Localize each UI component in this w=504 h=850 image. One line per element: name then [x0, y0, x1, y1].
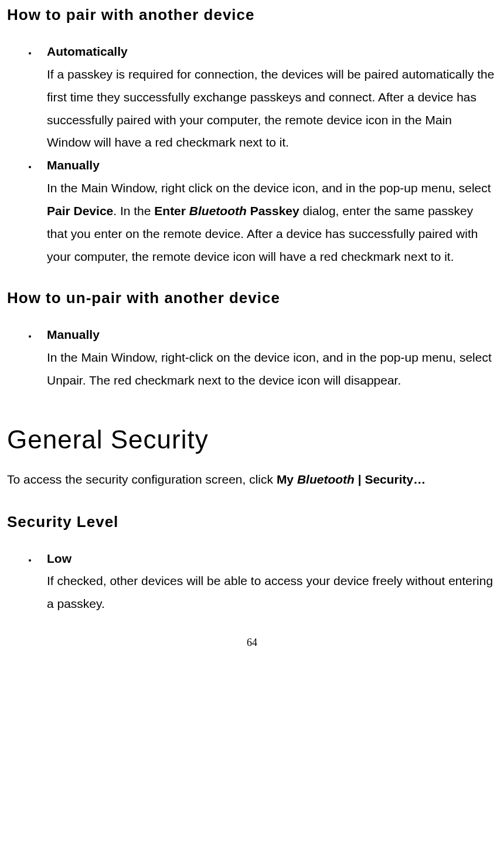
item-body: If a passkey is required for connection,…: [47, 67, 494, 149]
heading-security-level: Security Level: [7, 513, 497, 531]
list-item: Manually In the Main Window, right click…: [38, 154, 497, 268]
list-item: Automatically If a passkey is required f…: [38, 40, 497, 154]
page-number: 64: [7, 637, 497, 649]
heading-general-security: General Security: [7, 425, 497, 454]
list-item: Low If checked, other devices will be ab…: [38, 548, 497, 616]
item-title: Manually: [47, 158, 100, 172]
list-unpair: Manually In the Main Window, right-click…: [7, 324, 497, 392]
list-security-level: Low If checked, other devices will be ab…: [7, 548, 497, 616]
item-body: If checked, other devices will be able t…: [47, 574, 493, 610]
item-title: Automatically: [47, 45, 128, 58]
item-body: In the Main Window, right-click on the d…: [47, 351, 492, 387]
heading-unpair: How to un-pair with another device: [7, 289, 497, 307]
intro-security: To access the security configuration scr…: [7, 470, 497, 489]
item-body: In the Main Window, right click on the d…: [47, 181, 491, 263]
list-item: Manually In the Main Window, right-click…: [38, 324, 497, 392]
heading-pair: How to pair with another device: [7, 6, 497, 24]
item-title: Manually: [47, 328, 100, 341]
list-pair: Automatically If a passkey is required f…: [7, 40, 497, 268]
item-title: Low: [47, 552, 71, 565]
